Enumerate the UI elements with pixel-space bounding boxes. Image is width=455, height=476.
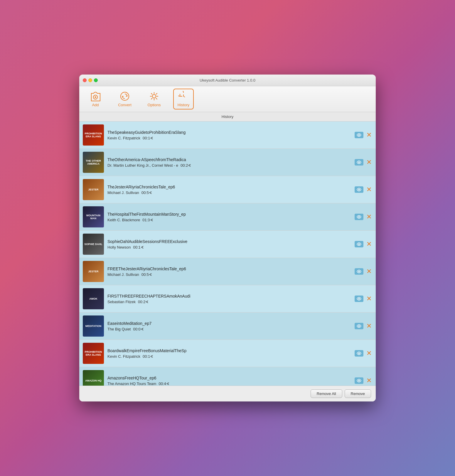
item-duration: 00:1∢: [133, 245, 144, 249]
item-meta: Dr. Martin Luther King Jr., Cornel West …: [107, 163, 351, 168]
album-art: MEDITATION: [83, 315, 104, 337]
item-author: Michael J. Sullivan: [107, 272, 139, 277]
album-art: JESTER: [83, 261, 104, 282]
item-title: TheHospitalTheFirstMountainManStory_ep: [107, 212, 351, 217]
toolbar-add[interactable]: Add: [85, 89, 106, 109]
item-title: TheSpeakeasyGuidetoProhibitionEraSlang: [107, 130, 351, 135]
sub-header-title: History: [222, 114, 233, 119]
album-art-text: PROHIBITION ERA SLANG: [83, 124, 104, 146]
album-art: THE OTHER AMERICA: [83, 152, 104, 173]
item-actions: ✕: [355, 295, 372, 303]
item-actions: ✕: [355, 268, 372, 275]
item-info: BoardwalkEmpireFreeBonusMaterialTheSp Ke…: [107, 348, 351, 359]
album-art-text: JESTER: [83, 179, 104, 200]
album-art-text: SOPHIE DAHL: [83, 234, 104, 255]
view-button[interactable]: [355, 377, 363, 384]
item-duration: 00:0∢: [133, 327, 144, 331]
toolbar-convert[interactable]: Convert: [114, 89, 135, 109]
view-button[interactable]: [355, 186, 363, 193]
item-duration: 00:2∢: [181, 163, 191, 168]
svg-point-8: [358, 162, 360, 163]
item-author: The Big Quiet: [107, 327, 131, 331]
delete-button[interactable]: ✕: [366, 131, 372, 139]
view-button[interactable]: [355, 214, 363, 220]
view-button[interactable]: [355, 159, 363, 166]
view-button[interactable]: [355, 323, 363, 329]
sub-header: History: [79, 112, 376, 121]
item-info: TheHospitalTheFirstMountainManStory_ep K…: [107, 212, 351, 222]
item-duration: 00:2∢: [138, 300, 149, 304]
item-info: EaseintoMeditation_ep7 The Big Quiet 00:…: [107, 321, 351, 331]
toolbar-history[interactable]: History: [173, 89, 194, 109]
item-title: FIRSTTHREEFREECHAPTERSAmokAnAudi: [107, 294, 351, 298]
item-actions: ✕: [355, 377, 372, 384]
item-info: SophieDahlAudibleSessionsFREEExclusive H…: [107, 239, 351, 249]
list-item: MEDITATION EaseintoMeditation_ep7 The Bi…: [79, 313, 376, 340]
item-meta: The Amazon HQ Tours Team 00:4∢: [107, 382, 351, 386]
view-button[interactable]: [355, 296, 363, 302]
delete-button[interactable]: ✕: [366, 186, 372, 193]
album-art-text: THE OTHER AMERICA: [83, 152, 104, 173]
delete-button[interactable]: ✕: [366, 295, 372, 303]
item-author: Kevin C. Fitzpatrick: [107, 354, 140, 359]
item-title: FREETheJesterARiyriaChroniclesTale_ep6: [107, 266, 351, 271]
svg-line-6: [183, 96, 185, 97]
item-actions: ✕: [355, 158, 372, 166]
item-title: EaseintoMeditation_ep7: [107, 321, 351, 326]
album-art: JESTER: [83, 179, 104, 200]
traffic-lights: [83, 78, 98, 82]
item-meta: Kevin C. Fitzpatrick 00:1∢: [107, 354, 351, 359]
view-button[interactable]: [355, 132, 363, 138]
view-button[interactable]: [355, 268, 363, 275]
maximize-button[interactable]: [94, 78, 98, 82]
remove-all-button[interactable]: Remove All: [311, 389, 342, 398]
delete-button[interactable]: ✕: [366, 240, 372, 248]
item-author: Michael J. Sullivan: [107, 190, 139, 195]
album-art-text: PROHIBITION ERA SLANG: [83, 343, 104, 364]
item-info: FIRSTTHREEFREECHAPTERSAmokAnAudi Sebasti…: [107, 294, 351, 304]
item-actions: ✕: [355, 186, 372, 193]
album-art-text: AMOK: [83, 288, 104, 309]
options-label: Options: [148, 103, 161, 107]
delete-button[interactable]: ✕: [366, 322, 372, 330]
history-list: PROHIBITION ERA SLANG TheSpeakeasyGuidet…: [79, 121, 376, 386]
item-meta: Michael J. Sullivan 00:5∢: [107, 272, 351, 277]
minimize-button[interactable]: [88, 78, 92, 82]
item-meta: Holly Newson 00:1∢: [107, 245, 351, 249]
list-item: AMOK FIRSTTHREEFREECHAPTERSAmokAnAudi Se…: [79, 285, 376, 313]
history-label: History: [178, 103, 189, 107]
svg-point-16: [358, 380, 360, 382]
remove-button[interactable]: Remove: [345, 389, 371, 398]
item-meta: Kevin C. Fitzpatrick 00:1∢: [107, 136, 351, 140]
album-art: AMOK: [83, 288, 104, 309]
delete-button[interactable]: ✕: [366, 158, 372, 166]
convert-label: Convert: [118, 103, 132, 107]
close-button[interactable]: [83, 78, 87, 82]
list-item: JESTER FREETheJesterARiyriaChroniclesTal…: [79, 258, 376, 285]
list-item: SOPHIE DAHL SophieDahlAudibleSessionsFRE…: [79, 231, 376, 258]
item-author: The Amazon HQ Tours Team: [107, 382, 156, 386]
svg-point-7: [358, 134, 360, 136]
item-actions: ✕: [355, 131, 372, 139]
item-duration: 00:4∢: [159, 382, 169, 386]
item-actions: ✕: [355, 240, 372, 248]
item-meta: Michael J. Sullivan 00:5∢: [107, 190, 351, 195]
item-actions: ✕: [355, 322, 372, 330]
delete-button[interactable]: ✕: [366, 268, 372, 275]
item-author: Dr. Martin Luther King Jr., Cornel West …: [107, 163, 178, 168]
svg-point-14: [358, 325, 360, 327]
list-item: THE OTHER AMERICA TheOtherAmerica-ASpeec…: [79, 149, 376, 176]
item-duration: 00:1∢: [143, 136, 153, 140]
toolbar-options[interactable]: Options: [144, 89, 164, 109]
item-info: AmazonsFreeHQTour_ep6 The Amazon HQ Tour…: [107, 376, 351, 386]
add-label: Add: [92, 103, 99, 107]
item-author: Kevin C. Fitzpatrick: [107, 136, 140, 140]
view-button[interactable]: [355, 241, 363, 247]
delete-button[interactable]: ✕: [366, 377, 372, 384]
svg-point-11: [358, 244, 360, 245]
item-duration: 00:5∢: [141, 190, 152, 195]
delete-button[interactable]: ✕: [366, 350, 372, 357]
title-bar: Ukeysoft Audible Converter 1.0.0: [79, 75, 376, 86]
delete-button[interactable]: ✕: [366, 213, 372, 221]
view-button[interactable]: [355, 350, 363, 357]
